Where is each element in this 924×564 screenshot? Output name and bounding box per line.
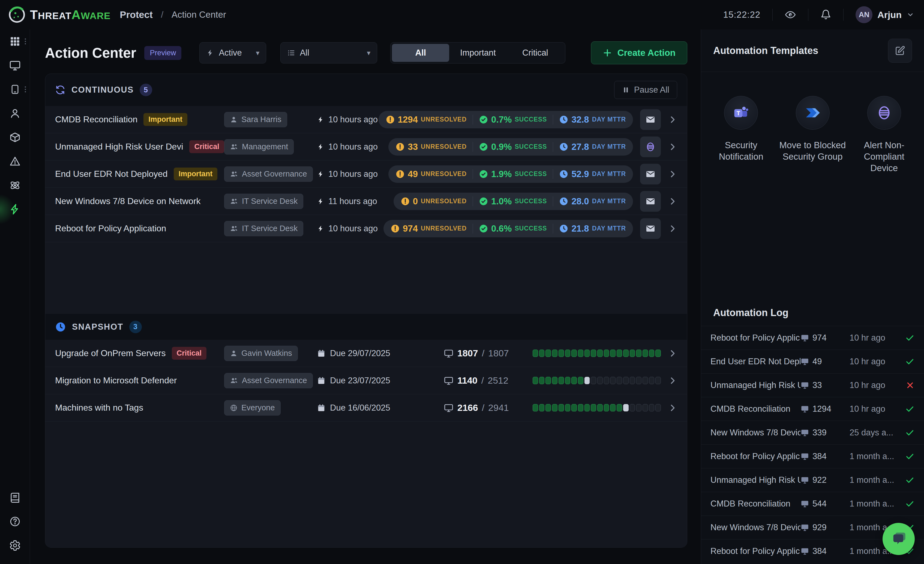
log-row[interactable]: Unmanaged High Risk U... 33 10 hr ago [701,373,924,397]
clock-time: 15:22:22 [723,9,760,20]
sidebar-item-users[interactable] [0,101,30,125]
continuous-section-header: CONTINUOUS 5 Pause All [45,74,687,106]
user-menu[interactable]: AN Arjun [855,6,914,23]
template-security-notification[interactable]: T Security Notification [706,96,776,174]
snapshot-row[interactable]: Upgrade of OnPrem Servers Critical Gavin… [45,340,687,367]
check-icon [905,452,915,461]
atom-icon [9,179,21,191]
visibility-button[interactable] [784,9,796,21]
snapshot-count-badge: 3 [129,321,142,333]
sidebar-item-alerts[interactable] [0,149,30,173]
notifications-button[interactable] [820,9,831,20]
severity-tab[interactable]: All [392,44,449,62]
tablet-icon [9,84,21,95]
log-row[interactable]: CMDB Reconciliation 1294 10 hr ago [701,397,924,421]
log-row[interactable]: Reboot for Policy Applic... 384 1 month … [701,444,924,468]
person-icon [230,350,237,357]
progress-segment-filled [546,377,551,384]
log-action-name: Reboot for Policy Applic... [711,452,801,461]
owner-chip-label: Asset Governance [242,376,307,385]
database-icon [645,142,656,152]
snapshot-row[interactable]: Machines with no Tags Everyone Due 16/06… [45,394,687,422]
person-icon [230,116,237,123]
sidebar-item-automation[interactable] [0,197,30,221]
template-move-to-blocked[interactable]: Move to Blocked Security Group [778,96,847,174]
sidebar-item-help[interactable] [0,510,30,534]
log-status [903,475,915,485]
log-time: 25 days a... [849,428,903,438]
sidebar-item-software[interactable] [0,125,30,149]
log-row[interactable]: New Windows 7/8 Devic... 339 25 days a..… [701,421,924,444]
caret-down-icon: ▾ [256,49,260,57]
continuous-row[interactable]: Unmanaged High Risk User Devices Critica… [45,133,687,160]
row-chevron[interactable] [668,349,677,358]
activity-filter-dropdown[interactable]: Active ▾ [200,42,266,63]
preview-badge: Preview [144,46,182,60]
continuous-row[interactable]: CMDB Reconciliation Important Sara Harri… [45,106,687,133]
continuous-row[interactable]: Reboot for Policy Application IT Service… [45,215,687,242]
notification-channel-button[interactable] [640,136,661,157]
template-circle [796,96,830,130]
log-action-name: Reboot for Policy Applic... [711,333,801,343]
row-chevron[interactable] [668,403,677,413]
continuous-row[interactable]: New Windows 7/8 Device on Network IT Ser… [45,188,687,215]
pause-icon [622,86,630,94]
notification-channel-button[interactable] [640,109,661,130]
edit-templates-button[interactable] [888,39,912,63]
template-circle: T [724,96,758,130]
progress-segment-filled [656,350,661,357]
progress-segment-filled [558,377,564,384]
sidebar-item-integrations[interactable] [0,173,30,197]
progress-segment-empty [630,404,635,411]
row-chevron[interactable] [668,169,677,179]
sidebar-item-desktops[interactable] [0,54,30,77]
log-row[interactable]: End User EDR Not Deplo... 49 10 hr ago [701,350,924,373]
template-label: Security Notification [706,139,776,162]
automation-log: Automation Log Reboot for Policy Applic.… [701,300,924,564]
type-filter-dropdown[interactable]: All ▾ [280,42,377,63]
continuous-row[interactable]: End User EDR Not Deployed Important Asse… [45,160,687,188]
app-logo[interactable]: THREATAWARE [8,6,111,24]
log-row[interactable]: Reboot for Policy Applic... 974 10 hr ag… [701,326,924,350]
severity-tab[interactable]: Critical [507,44,564,62]
alert-circle-icon [400,197,410,206]
check-circle-icon [479,197,488,206]
sidebar-item-mobile-devices[interactable] [0,77,30,101]
row-chevron[interactable] [668,376,677,385]
owner-chip: IT Service Desk [224,221,303,236]
log-row[interactable]: CMDB Reconciliation 544 1 month a... [701,492,924,516]
row-chevron[interactable] [668,224,677,233]
breadcrumb-page[interactable]: Action Center [171,9,226,20]
notification-channel-button[interactable] [640,218,661,239]
sidebar-item-docs[interactable] [0,486,30,510]
sidebar-item-apps[interactable] [0,30,30,54]
notification-channel-button[interactable] [640,191,661,212]
severity-badge: Important [174,168,218,180]
unresolved-label: UNRESOLVED [421,170,466,178]
row-chevron[interactable] [668,142,677,151]
user-name: Arjun [878,9,902,20]
severity-tab[interactable]: Important [449,44,507,62]
progress-segment-filled [578,377,584,384]
live-chat-button[interactable] [882,523,915,555]
check-circle-icon [479,224,488,233]
progress-segment-empty [642,377,648,384]
progress-segment-empty [636,404,642,411]
kebab-menu-icon[interactable] [23,37,28,45]
notification-channel-button[interactable] [640,164,661,184]
owner-chip-label: IT Service Desk [242,224,297,233]
calendar-icon [317,404,326,412]
row-chevron[interactable] [668,197,677,206]
snapshot-row[interactable]: Migration to Microsoft Defender Asset Go… [45,367,687,394]
template-alert-non-compliant[interactable]: Alert Non-Compliant Device [850,96,918,174]
log-device-count: 49 [801,357,849,367]
breadcrumb-product[interactable]: Protect [120,9,153,20]
create-action-button[interactable]: Create Action [591,42,687,64]
monitor-icon [801,334,809,342]
row-chevron[interactable] [668,115,677,124]
pause-all-button[interactable]: Pause All [614,81,677,99]
sidebar-item-settings[interactable] [0,534,30,558]
kebab-menu-icon[interactable] [23,85,28,93]
monitor-icon [444,403,453,413]
log-row[interactable]: Unmanaged High Risk U... 922 1 month a..… [701,468,924,492]
